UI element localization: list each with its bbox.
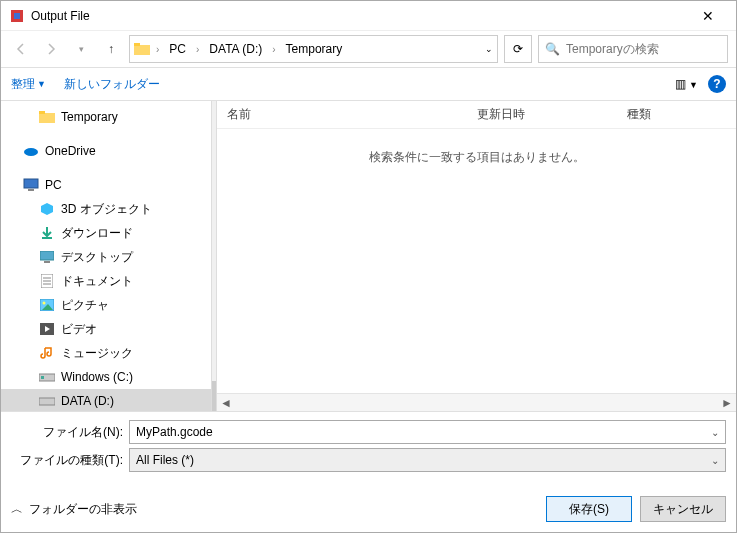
svg-rect-24 [39, 398, 55, 405]
app-icon [9, 8, 25, 24]
window-title: Output File [31, 9, 688, 23]
chevron-down-icon[interactable]: ⌄ [711, 427, 719, 438]
pictures-icon [39, 297, 55, 313]
desktop-icon [39, 249, 55, 265]
cancel-button[interactable]: キャンセル [640, 496, 726, 522]
filename-input[interactable]: MyPath.gcode ⌄ [129, 420, 726, 444]
svg-rect-4 [39, 113, 55, 123]
breadcrumb-folder[interactable]: Temporary [282, 40, 347, 58]
scroll-right-icon[interactable]: ► [718, 396, 736, 410]
filename-label: ファイル名(N): [11, 424, 129, 441]
navigation-row: ▾ ↑ › PC › DATA (D:) › Temporary ⌄ ⟳ 🔍 T… [1, 31, 736, 67]
folder-icon [134, 42, 150, 56]
refresh-button[interactable]: ⟳ [504, 35, 532, 63]
file-pane: 名前 更新日時 種類 検索条件に一致する項目はありません。 ◄ ► [217, 101, 736, 411]
tree-item-pc[interactable]: PC [1, 173, 211, 197]
chevron-up-icon: ︿ [11, 501, 23, 518]
breadcrumb-pc[interactable]: PC [165, 40, 190, 58]
column-headers: 名前 更新日時 種類 [217, 101, 736, 129]
tree-item-documents[interactable]: ドキュメント [1, 269, 211, 293]
filetype-select[interactable]: All Files (*) ⌄ [129, 448, 726, 472]
downloads-icon [39, 225, 55, 241]
titlebar: Output File ✕ [1, 1, 736, 31]
svg-rect-12 [44, 261, 50, 263]
videos-icon [39, 321, 55, 337]
folder-icon [39, 109, 55, 125]
close-button[interactable]: ✕ [688, 8, 728, 24]
tree-item-3dobjects[interactable]: 3D オブジェクト [1, 197, 211, 221]
svg-rect-8 [28, 189, 34, 191]
up-button[interactable]: ↑ [99, 37, 123, 61]
svg-rect-7 [24, 179, 38, 188]
svg-rect-5 [39, 111, 45, 114]
column-name[interactable]: 名前 [217, 106, 467, 123]
documents-icon [39, 273, 55, 289]
forward-button[interactable] [39, 37, 63, 61]
chevron-right-icon: › [270, 44, 277, 55]
chevron-down-icon[interactable]: ⌄ [711, 455, 719, 466]
scroll-left-icon[interactable]: ◄ [217, 396, 235, 410]
search-placeholder: Temporaryの検索 [566, 41, 659, 58]
help-button[interactable]: ? [708, 75, 726, 93]
tree-item-onedrive[interactable]: OneDrive [1, 139, 211, 163]
dialog-body: Temporary OneDrive PC 3D オブジェクト ダウンロード デ… [1, 101, 736, 411]
tree-item-drive-d[interactable]: DATA (D:) [1, 389, 211, 411]
svg-rect-11 [40, 251, 54, 260]
tree-item-pictures[interactable]: ピクチャ [1, 293, 211, 317]
search-input[interactable]: 🔍 Temporaryの検索 [538, 35, 728, 63]
toolbar: 整理▼ 新しいフォルダー ▥ ▼ ? [1, 67, 736, 101]
empty-message: 検索条件に一致する項目はありません。 [217, 129, 736, 166]
svg-rect-10 [42, 237, 52, 239]
tree-item-drive-c[interactable]: Windows (C:) [1, 365, 211, 389]
tree-item-music[interactable]: ミュージック [1, 341, 211, 365]
address-dropdown-icon[interactable]: ⌄ [485, 44, 493, 54]
bottom-panel: ファイル名(N): MyPath.gcode ⌄ ファイルの種類(T): All… [1, 411, 736, 532]
onedrive-icon [23, 143, 39, 159]
drive-icon [39, 393, 55, 409]
new-folder-button[interactable]: 新しいフォルダー [64, 76, 160, 93]
drive-icon [39, 369, 55, 385]
column-type[interactable]: 種類 [617, 106, 736, 123]
svg-rect-23 [41, 376, 44, 379]
svg-rect-1 [14, 13, 20, 19]
breadcrumb-drive[interactable]: DATA (D:) [205, 40, 266, 58]
pc-icon [23, 177, 39, 193]
svg-point-18 [43, 302, 46, 305]
horizontal-scrollbar[interactable]: ◄ ► [217, 393, 736, 411]
filetype-label: ファイルの種類(T): [11, 452, 129, 469]
tree-item-temporary[interactable]: Temporary [1, 105, 211, 129]
svg-rect-3 [134, 43, 140, 46]
history-dropdown[interactable]: ▾ [69, 37, 93, 61]
view-options-button[interactable]: ▥ ▼ [675, 77, 698, 91]
address-bar[interactable]: › PC › DATA (D:) › Temporary ⌄ [129, 35, 498, 63]
tree-item-desktop[interactable]: デスクトップ [1, 245, 211, 269]
svg-marker-9 [41, 203, 53, 215]
column-date[interactable]: 更新日時 [467, 106, 617, 123]
chevron-right-icon: › [154, 44, 161, 55]
tree-item-downloads[interactable]: ダウンロード [1, 221, 211, 245]
chevron-right-icon: › [194, 44, 201, 55]
svg-rect-2 [134, 45, 150, 55]
search-icon: 🔍 [545, 42, 560, 56]
3dobjects-icon [39, 201, 55, 217]
svg-point-6 [24, 148, 38, 156]
organize-menu[interactable]: 整理▼ [11, 76, 46, 93]
music-icon [39, 345, 55, 361]
tree-item-videos[interactable]: ビデオ [1, 317, 211, 341]
hide-folders-toggle[interactable]: ︿ フォルダーの非表示 [11, 501, 137, 518]
folder-tree[interactable]: Temporary OneDrive PC 3D オブジェクト ダウンロード デ… [1, 101, 211, 411]
save-button[interactable]: 保存(S) [546, 496, 632, 522]
back-button[interactable] [9, 37, 33, 61]
